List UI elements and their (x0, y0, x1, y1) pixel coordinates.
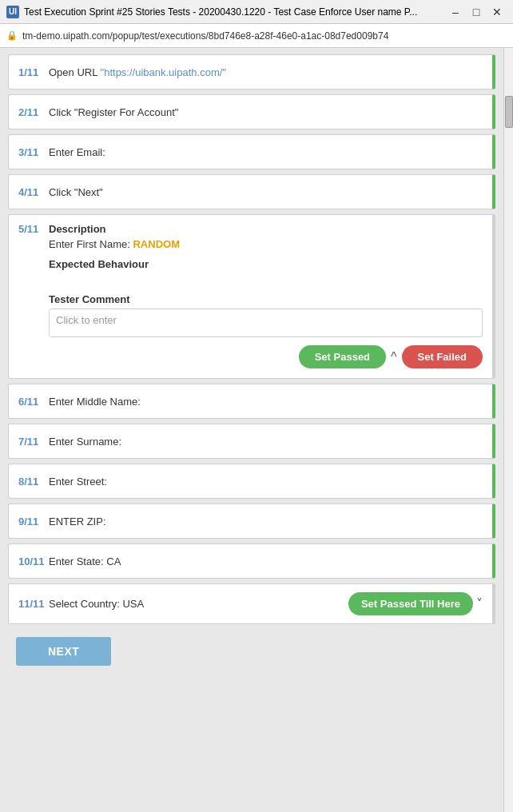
step-text: ENTER ZIP: (49, 515, 483, 527)
random-value: RANDOM (133, 238, 180, 250)
step-number: 6/11 (18, 396, 49, 408)
content-area: 1/11 Open URL "https://uibank.uipath.com… (0, 48, 503, 812)
step-number: 4/11 (18, 186, 49, 198)
minimize-button[interactable]: – (446, 2, 465, 22)
last-step-number: 11/11 (18, 598, 49, 610)
tester-comment-placeholder: Click to enter (56, 314, 117, 326)
chevron-up-icon[interactable]: ^ (391, 350, 397, 364)
last-step-card: 11/11 Select Country: USA Set Passed Til… (8, 583, 495, 624)
address-url: tm-demo.uipath.com/popup/test/executions… (22, 30, 388, 42)
chevron-down-icon[interactable]: ˅ (476, 596, 483, 611)
url-link: "https://uibank.uipath.com/" (101, 66, 226, 78)
step-row: 10/11 Enter State: CA (8, 543, 495, 579)
description-label: Description (49, 223, 483, 235)
step-text: Open URL "https://uibank.uipath.com/" (49, 66, 483, 78)
maximize-button[interactable]: □ (467, 2, 486, 22)
expanded-step-body: Description Enter First Name: RANDOM Exp… (49, 223, 483, 368)
main-container: 1/11 Open URL "https://uibank.uipath.com… (0, 48, 513, 812)
step-text: Enter Street: (49, 476, 483, 488)
step-text: Enter Middle Name: (49, 396, 483, 408)
set-failed-button[interactable]: Set Failed (402, 345, 483, 368)
step-number: 10/11 (18, 555, 49, 567)
step-text: Enter Surname: (49, 436, 483, 448)
set-passed-button[interactable]: Set Passed (299, 345, 386, 368)
step-text: Enter Email: (49, 146, 483, 158)
expanded-step-header: 5/11 Description Enter First Name: RANDO… (18, 223, 483, 368)
expanded-step-card: 5/11 Description Enter First Name: RANDO… (8, 214, 495, 379)
step-row: 2/11 Click "Register For Account" (8, 94, 495, 129)
close-button[interactable]: ✕ (487, 2, 507, 22)
action-row: Set Passed ^ Set Failed (49, 345, 483, 368)
step-text: Click "Register For Account" (49, 106, 483, 118)
last-step-text: Select Country: USA (49, 598, 348, 610)
step-row: 9/11 ENTER ZIP: (8, 504, 495, 539)
description-text-part: Enter First Name: (49, 238, 133, 250)
expected-behaviour-content (49, 273, 483, 285)
step-number: 3/11 (18, 146, 49, 158)
scrollbar-track[interactable] (503, 48, 513, 812)
title-bar-text: Test Execution Sprint #25 Stories Tests … (24, 6, 441, 18)
tester-comment-label: Tester Comment (49, 293, 483, 305)
step-number: 2/11 (18, 106, 49, 118)
step-number: 1/11 (18, 66, 49, 78)
next-button[interactable]: NEXT (16, 637, 111, 666)
step-row: 1/11 Open URL "https://uibank.uipath.com… (8, 54, 495, 90)
step-row: 7/11 Enter Surname: (8, 424, 495, 459)
next-button-area: NEXT (8, 629, 495, 674)
step-text: Enter State: CA (49, 555, 483, 567)
step-number: 7/11 (18, 436, 49, 448)
step-number: 9/11 (18, 515, 49, 527)
tester-comment-input[interactable]: Click to enter (49, 308, 483, 337)
step-row: 6/11 Enter Middle Name: (8, 384, 495, 419)
step-text: Click "Next" (49, 186, 483, 198)
app-icon: UI (6, 6, 19, 18)
step-row: 3/11 Enter Email: (8, 134, 495, 169)
description-text: Enter First Name: RANDOM (49, 238, 483, 250)
scrollbar-thumb[interactable] (505, 96, 513, 128)
expanded-step-number: 5/11 (18, 223, 49, 235)
set-passed-till-button[interactable]: Set Passed Till Here (348, 592, 473, 615)
address-bar: 🔒 tm-demo.uipath.com/popup/test/executio… (0, 24, 513, 48)
title-bar: UI Test Execution Sprint #25 Stories Tes… (0, 0, 513, 24)
step-row: 8/11 Enter Street: (8, 464, 495, 499)
step-number: 8/11 (18, 476, 49, 488)
step-row: 4/11 Click "Next" (8, 174, 495, 209)
title-bar-controls: – □ ✕ (446, 2, 507, 22)
lock-icon: 🔒 (6, 30, 18, 41)
expected-behaviour-label: Expected Behaviour (49, 258, 483, 270)
